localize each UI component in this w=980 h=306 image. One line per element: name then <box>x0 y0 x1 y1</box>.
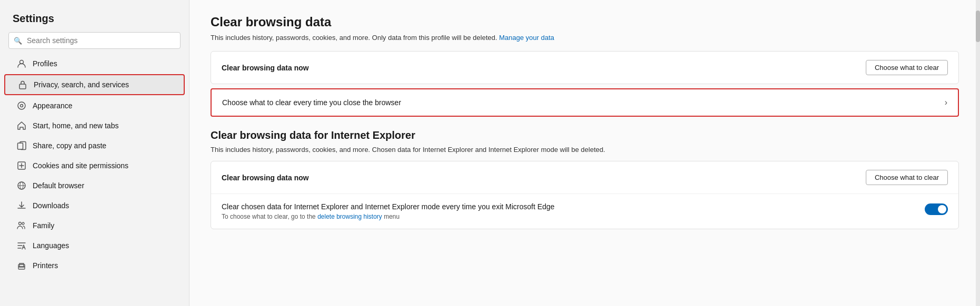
start-home-icon <box>17 121 26 130</box>
sidebar-item-privacy-label: Privacy, search, and services <box>34 80 129 89</box>
manage-data-link[interactable]: Manage your data <box>499 34 554 42</box>
clear-now-row: Clear browsing data now Choose what to c… <box>211 52 958 84</box>
languages-icon <box>17 241 26 250</box>
sidebar-item-profiles-label: Profiles <box>33 59 57 68</box>
sidebar-item-appearance-label: Appearance <box>33 101 73 110</box>
scrollbar-track[interactable] <box>976 0 980 306</box>
sidebar-item-family-label: Family <box>33 221 54 230</box>
svg-point-3 <box>21 105 23 107</box>
sidebar-item-languages[interactable]: Languages <box>4 236 185 255</box>
delete-browsing-history-link[interactable]: delete browsing history <box>317 213 382 220</box>
section2-subtitle: This includes history, passwords, cookie… <box>211 146 959 154</box>
ie-clear-card: Clear browsing data now Choose what to c… <box>211 161 959 229</box>
sidebar: Settings 🔍 Profiles Privacy, search, and… <box>0 0 189 306</box>
ie-clear-now-label: Clear browsing data now <box>222 174 309 182</box>
sublabel-text: To choose what to clear, go to the <box>222 213 316 220</box>
ie-toggle-label: Clear chosen data for Internet Explorer … <box>222 202 916 211</box>
search-input[interactable] <box>8 32 181 49</box>
ie-choose-what-to-clear-button[interactable]: Choose what to clear <box>866 170 948 185</box>
downloads-icon <box>17 201 26 210</box>
sidebar-item-languages-label: Languages <box>33 241 69 250</box>
ie-toggle-sublabel: To choose what to clear, go to the delet… <box>222 213 916 220</box>
subtitle-text: This includes history, passwords, cookie… <box>211 34 497 42</box>
ie-toggle-switch[interactable] <box>925 203 948 215</box>
appearance-icon <box>17 101 26 110</box>
sidebar-item-start-home-label: Start, home, and new tabs <box>33 121 118 130</box>
profiles-icon <box>17 59 26 68</box>
clear-now-label: Clear browsing data now <box>222 64 309 72</box>
ie-toggle-row: Clear chosen data for Internet Explorer … <box>211 194 958 229</box>
svg-rect-1 <box>19 84 26 89</box>
default-browser-icon <box>17 181 26 190</box>
sidebar-item-profiles[interactable]: Profiles <box>4 54 185 73</box>
sidebar-item-default-browser-label: Default browser <box>33 181 84 190</box>
sidebar-item-downloads[interactable]: Downloads <box>4 196 185 215</box>
clear-on-close-label: Choose what to clear every time you clos… <box>222 98 401 107</box>
page-title: Clear browsing data <box>211 15 959 29</box>
app-title: Settings <box>0 8 189 31</box>
clear-browsing-card: Clear browsing data now Choose what to c… <box>211 51 959 84</box>
scrollbar-thumb[interactable] <box>976 11 980 42</box>
sidebar-item-family[interactable]: Family <box>4 216 185 235</box>
clear-on-close-row[interactable]: Choose what to clear every time you clos… <box>211 88 959 117</box>
sublabel-end: menu <box>384 213 399 220</box>
svg-rect-4 <box>18 143 23 149</box>
ie-clear-now-row: Clear browsing data now Choose what to c… <box>211 161 958 194</box>
sidebar-item-cookies[interactable]: Cookies and site permissions <box>4 156 185 175</box>
privacy-icon <box>18 80 27 89</box>
sidebar-item-printers-label: Printers <box>33 261 58 270</box>
svg-point-8 <box>19 222 22 225</box>
search-box[interactable]: 🔍 <box>8 32 181 49</box>
family-icon <box>17 221 26 230</box>
sidebar-item-appearance[interactable]: Appearance <box>4 96 185 115</box>
main-content: Clear browsing data This includes histor… <box>189 0 980 306</box>
sidebar-item-start-home[interactable]: Start, home, and new tabs <box>4 116 185 135</box>
ie-toggle-content: Clear chosen data for Internet Explorer … <box>222 202 916 220</box>
sidebar-item-cookies-label: Cookies and site permissions <box>33 161 128 170</box>
sidebar-item-share-copy-label: Share, copy and paste <box>33 141 106 150</box>
svg-point-9 <box>22 222 24 225</box>
sidebar-item-printers[interactable]: Printers <box>4 256 185 275</box>
sidebar-item-share-copy[interactable]: Share, copy and paste <box>4 136 185 155</box>
sidebar-item-downloads-label: Downloads <box>33 201 69 210</box>
search-icon: 🔍 <box>14 37 22 45</box>
printers-icon <box>17 261 26 270</box>
sidebar-item-privacy[interactable]: Privacy, search, and services <box>4 74 185 95</box>
sidebar-item-default-browser[interactable]: Default browser <box>4 176 185 195</box>
section2-title: Clear browsing data for Internet Explore… <box>211 129 959 141</box>
choose-what-to-clear-button[interactable]: Choose what to clear <box>866 60 948 75</box>
svg-point-2 <box>18 102 25 109</box>
cookies-icon <box>17 161 26 170</box>
page-subtitle: This includes history, passwords, cookie… <box>211 34 959 42</box>
chevron-right-icon: › <box>945 98 947 107</box>
share-copy-icon <box>17 141 26 150</box>
